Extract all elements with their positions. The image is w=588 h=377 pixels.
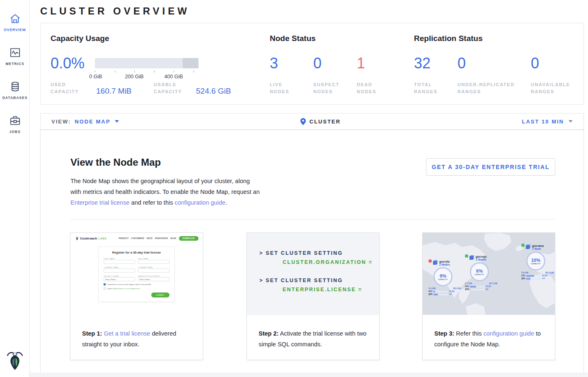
gauge-tick-label: 0 GiB bbox=[89, 74, 102, 80]
mini-site-nav: PRODUCT CUSTOMERS DOCS RESOURCES BLOG DO… bbox=[119, 236, 198, 241]
sql-command-text: > SET CLUSTER SETTING bbox=[259, 278, 379, 283]
node-map-panel: View the Node Map The Node Map shows the… bbox=[40, 130, 584, 373]
first-name-input bbox=[104, 260, 135, 264]
live-nodes-label: LIVE NODES bbox=[270, 81, 303, 95]
license-agreement-checkbox bbox=[104, 288, 106, 290]
view-bar: VIEW: NODE MAP CLUSTER LAST 10 MIN bbox=[40, 113, 584, 130]
trial-license-site-screenshot: Cockroach LABS PRODUCT CUSTOMERS DOCS RE… bbox=[70, 233, 203, 315]
map-node-nyc: ✓ geo=nyc2 Nodes 6% CAPACITY 3.7 GiB43.7… bbox=[465, 255, 497, 290]
checkbox-label: I agree to the Software License Agreemen… bbox=[107, 288, 140, 290]
sidebar-item-jobs[interactable]: JOBS bbox=[0, 108, 30, 141]
map-node-ams: ✓ geo=ams1 Node 10% CAPACITY 3.6 GiB36.4… bbox=[521, 244, 554, 280]
configuration-guide-link[interactable]: configuration guide bbox=[174, 199, 225, 206]
mini-site-nav-item: RESOURCES bbox=[155, 237, 168, 239]
qps-bar bbox=[526, 278, 541, 280]
intro-text: . bbox=[225, 199, 227, 206]
locality-label: geo=nyc bbox=[476, 255, 487, 258]
unavailable-ranges-value: 0 bbox=[531, 55, 539, 72]
gauge-tick-label: 400 GiB bbox=[164, 74, 183, 80]
cockroach-logo bbox=[6, 350, 24, 371]
mini-site-download-button: DOWNLOAD bbox=[179, 236, 198, 241]
capacity-ring: 9% CAPACITY bbox=[433, 267, 452, 286]
jobs-icon bbox=[10, 115, 21, 126]
sql-command: > SET CLUSTER SETTING ENTERPRISE.LICENSE… bbox=[259, 278, 379, 292]
node-map-heading: View the Node Map bbox=[70, 157, 161, 168]
mini-site-nav-item: DOCS bbox=[147, 237, 152, 239]
databases-icon bbox=[10, 81, 21, 92]
checkbox-label: I would like to receive email updates ab… bbox=[107, 283, 151, 285]
used-capacity-value: 160.7 MiB bbox=[96, 87, 132, 96]
sidebar-item-label: DATABASES bbox=[2, 96, 28, 100]
reason-select: Please Select bbox=[138, 277, 169, 281]
divider bbox=[70, 219, 555, 220]
step2-caption: Step 2: Activate the trial license with … bbox=[247, 315, 379, 350]
unavailable-ranges-label: UNAVAILABLE RANGES bbox=[531, 81, 576, 95]
capacity-ring: 6% CAPACITY bbox=[470, 262, 489, 281]
usable-capacity-label: USABLE CAPACITY bbox=[154, 81, 195, 95]
capacity-ring: 10% CAPACITY bbox=[526, 251, 545, 271]
usable-capacity-value: 524.6 GiB bbox=[196, 87, 231, 96]
capacity-used-percent: 0.0% bbox=[51, 55, 85, 72]
mini-site-nav-item: BLOG bbox=[170, 237, 176, 239]
enterprise-trial-button[interactable]: GET A 30-DAY ENTERPRISE TRIAL bbox=[426, 158, 555, 176]
mini-site-nav-item: CUSTOMERS bbox=[131, 237, 144, 239]
node-status-title: Node Status bbox=[270, 34, 316, 43]
node-map-intro: The Node Map shows the geographical layo… bbox=[70, 176, 261, 208]
locality-label: geo=ams bbox=[532, 244, 544, 247]
sidebar-item-label: JOBS bbox=[9, 130, 20, 134]
gauge-tick-label: 200 GiB bbox=[125, 74, 143, 80]
step3-label: Step 3: bbox=[434, 330, 454, 337]
intro-text: The Node Map shows the geographical layo… bbox=[70, 178, 260, 195]
map-node-sfo: ! geo=sfo2 Nodes 9% CAPACITY 3.2 GiB351 … bbox=[428, 260, 461, 295]
mini-site-brand-suffix: LABS bbox=[98, 237, 106, 240]
configuration-guide-link[interactable]: configuration guide bbox=[483, 330, 534, 337]
under-replicated-ranges-value: 0 bbox=[457, 55, 466, 72]
view-dropdown[interactable]: NODE MAP bbox=[75, 118, 110, 125]
replication-status-title: Replication Status bbox=[414, 34, 483, 43]
sidebar-item-overview[interactable]: OVERVIEW bbox=[0, 6, 30, 39]
alert-badge-icon: ! bbox=[428, 259, 432, 263]
dead-nodes-value: 1 bbox=[357, 55, 365, 72]
cpu-bar bbox=[526, 275, 541, 277]
mini-site-brand-name: Cockroach bbox=[80, 237, 97, 240]
get-trial-license-link[interactable]: Get a trial license bbox=[104, 330, 150, 337]
step1-card: Cockroach LABS PRODUCT CUSTOMERS DOCS RE… bbox=[70, 232, 203, 360]
sql-command-arg: ENTERPRISE.LICENSE = bbox=[283, 287, 379, 292]
sidebar-item-databases[interactable]: DATABASES bbox=[0, 74, 30, 107]
node-cube-icon bbox=[433, 261, 437, 265]
sidebar: OVERVIEW METRICS DATABASES JOBS bbox=[0, 0, 30, 377]
sql-command: > SET CLUSTER SETTING CLUSTER.ORGANIZATI… bbox=[259, 250, 379, 265]
breadcrumb-cluster: CLUSTER bbox=[310, 118, 341, 125]
sidebar-item-metrics[interactable]: METRICS bbox=[0, 40, 30, 73]
gauge-tick bbox=[194, 70, 194, 72]
form-title: Register for a 30-day trial license bbox=[104, 251, 169, 254]
node-map-preview: ! geo=sfo2 Nodes 9% CAPACITY 3.2 GiB351 … bbox=[423, 233, 555, 315]
time-range-dropdown[interactable]: LAST 10 MIN bbox=[522, 118, 564, 125]
last-name-input bbox=[138, 260, 169, 264]
trial-registration-form: Register for a 30-day trial license FIRS… bbox=[98, 247, 175, 302]
qps-bar bbox=[470, 289, 485, 290]
project-phase-select: Please Select bbox=[104, 277, 135, 281]
step1-caption: Step 1: Get a trial license delivered st… bbox=[70, 315, 203, 350]
gauge-tick bbox=[174, 70, 174, 72]
cockroach-logo-small bbox=[75, 236, 79, 241]
chevron-down-icon[interactable] bbox=[569, 120, 573, 123]
suspect-nodes-value: 0 bbox=[313, 55, 322, 72]
page-title: CLUSTER OVERVIEW bbox=[40, 5, 190, 17]
view-label: VIEW: bbox=[51, 118, 71, 125]
chevron-down-icon[interactable] bbox=[115, 120, 119, 123]
step1-label: Step 1: bbox=[82, 330, 102, 337]
step2-card: > SET CLUSTER SETTING CLUSTER.ORGANIZATI… bbox=[247, 232, 380, 360]
gauge-tick bbox=[134, 70, 135, 72]
live-nodes-value: 3 bbox=[270, 55, 278, 72]
total-ranges-value: 32 bbox=[414, 55, 431, 72]
under-replicated-ranges-label: UNDER-REPLICATED RANGES bbox=[457, 81, 524, 95]
total-ranges-label: TOTAL RANGES bbox=[414, 81, 447, 95]
gauge-tick bbox=[115, 70, 115, 72]
enterprise-trial-license-link[interactable]: Enterprise trial license bbox=[70, 199, 130, 206]
capacity-gauge-bar bbox=[95, 58, 198, 68]
node-count: 2 Nodes bbox=[476, 258, 487, 261]
email-updates-checkbox bbox=[104, 283, 106, 285]
cpu-bar bbox=[433, 291, 448, 292]
location-pin-icon bbox=[300, 118, 306, 125]
